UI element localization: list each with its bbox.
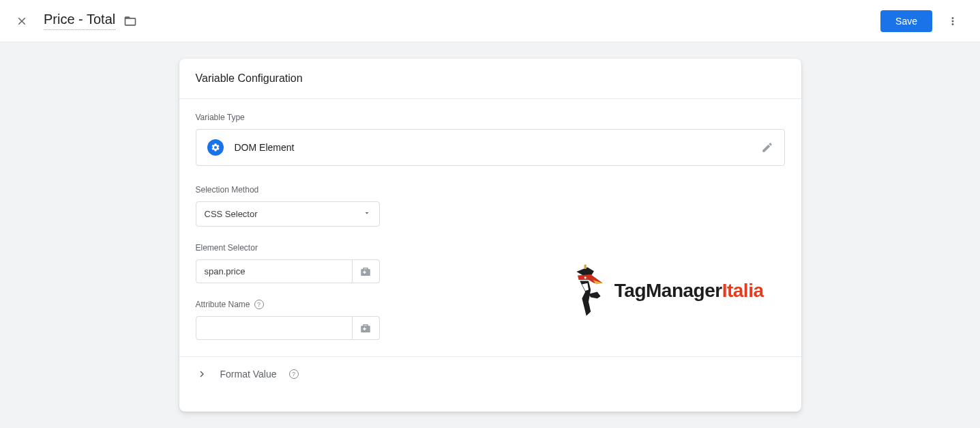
element-selector-label: Element Selector xyxy=(196,243,785,253)
page-title[interactable]: Price - Total xyxy=(44,12,115,30)
selection-method-select[interactable]: CSS Selector xyxy=(196,201,380,227)
variable-config-card: Variable Configuration Variable Type DOM… xyxy=(179,59,801,412)
chevron-right-icon[interactable] xyxy=(196,368,208,380)
variable-picker-button[interactable] xyxy=(353,259,380,283)
variable-type-value: DOM Element xyxy=(235,142,295,153)
variable-type-label: Variable Type xyxy=(196,113,785,122)
format-value-label[interactable]: Format Value xyxy=(220,369,277,380)
attribute-name-input[interactable] xyxy=(196,316,353,340)
help-icon[interactable]: ? xyxy=(254,300,264,309)
gear-badge-icon xyxy=(207,139,224,156)
more-menu-icon[interactable] xyxy=(939,8,966,35)
selection-method-value: CSS Selector xyxy=(205,209,258,219)
variable-type-selector[interactable]: DOM Element xyxy=(196,129,785,166)
element-selector-input[interactable] xyxy=(196,259,353,283)
help-icon[interactable]: ? xyxy=(289,369,299,379)
pencil-icon[interactable] xyxy=(761,141,773,154)
selection-method-label: Selection Method xyxy=(196,185,785,195)
chevron-down-icon xyxy=(363,209,371,219)
folder-icon[interactable] xyxy=(123,14,137,28)
attribute-name-label: Attribute Name xyxy=(196,300,250,309)
variable-picker-button[interactable] xyxy=(353,316,380,340)
card-title: Variable Configuration xyxy=(179,59,801,99)
close-icon[interactable] xyxy=(14,13,30,29)
save-button[interactable]: Save xyxy=(880,10,932,32)
